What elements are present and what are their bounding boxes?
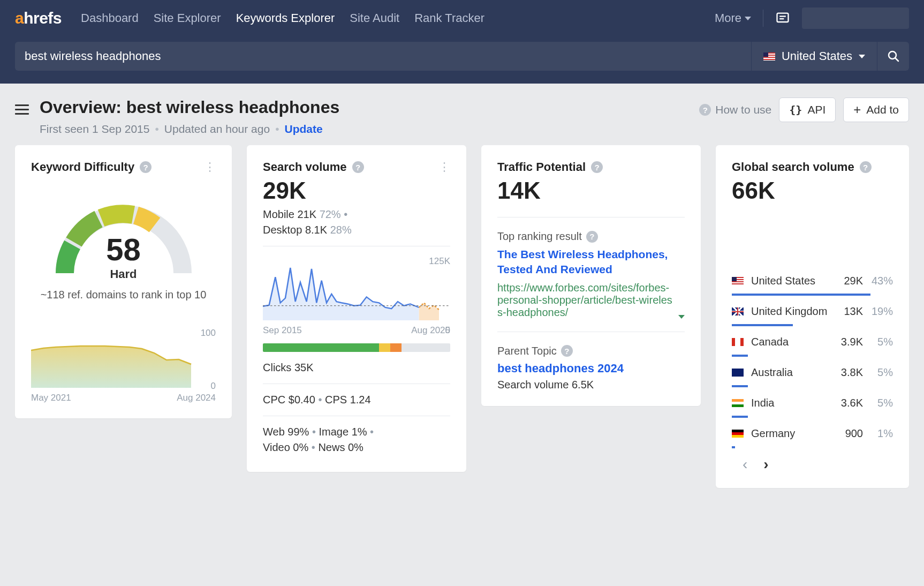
help-icon[interactable]: ? — [140, 161, 152, 173]
pager-next[interactable]: › — [763, 456, 768, 473]
gsv-value: 3.6K — [830, 397, 863, 409]
plus-icon: + — [853, 103, 861, 116]
sv-history-chart[interactable]: 125K Sep 2015 Aug 2025 0 — [263, 256, 450, 336]
gsv-value: 13K — [830, 305, 863, 318]
search-volume-card: Search volume ? ⋮ 29K Mobile 21K 72% • D… — [247, 145, 466, 472]
nav-items: Dashboard Site Explorer Keywords Explore… — [81, 11, 715, 25]
card-title: Traffic Potential — [497, 160, 586, 174]
card-title: Keyword Difficulty — [31, 160, 134, 174]
caret-down-icon — [859, 55, 865, 58]
gsv-row[interactable]: Australia3.8K5% — [732, 360, 893, 382]
sv-desktop: Desktop 8.1K 28% — [263, 224, 450, 236]
top-ranking-url[interactable]: https://www.forbes.com/sites/forbes-pers… — [497, 282, 685, 319]
card-title: Search volume — [263, 160, 347, 174]
search-volume-value: 29K — [263, 177, 450, 204]
gsv-row[interactable]: United States29K43% — [732, 268, 893, 290]
gsv-bar — [732, 324, 893, 326]
sidebar-toggle[interactable] — [15, 102, 29, 117]
top-nav: ahrefs Dashboard Site Explorer Keywords … — [0, 0, 924, 36]
gsv-country: Canada — [751, 336, 830, 348]
help-icon[interactable]: ? — [591, 161, 603, 173]
sv-content-types-1: Web 99% • Image 1% • — [263, 426, 450, 438]
traffic-potential-value: 14K — [497, 177, 685, 204]
gsv-percent: 5% — [863, 366, 893, 379]
gsv-country-list: United States29K43%United Kingdom13K19%C… — [732, 268, 893, 448]
gsv-bar — [732, 446, 893, 448]
gsv-value: 3.8K — [830, 366, 863, 379]
card-title: Global search volume — [732, 160, 854, 174]
flag-icon — [763, 52, 775, 61]
gsv-bar — [732, 355, 893, 357]
traffic-potential-card: Traffic Potential ? 14K Top ranking resu… — [481, 145, 701, 406]
gsv-value: 3.9K — [830, 336, 863, 348]
help-icon[interactable]: ? — [860, 161, 872, 173]
metrics-grid: Keyword Difficulty ? ⋮ 58 Hard ~118 — [0, 145, 924, 503]
flag-icon — [732, 277, 744, 285]
svg-line-4 — [895, 58, 898, 61]
gsv-row[interactable]: United Kingdom13K19% — [732, 299, 893, 321]
sv-clicks: Clicks 35K — [263, 362, 450, 374]
how-to-use[interactable]: ? How to use — [699, 103, 771, 116]
help-icon[interactable]: ? — [586, 231, 598, 243]
gsv-value: 900 — [830, 427, 863, 440]
flag-icon — [732, 307, 744, 315]
flag-icon — [732, 338, 744, 346]
gsv-country: United Kingdom — [751, 305, 830, 318]
nav-item-rank-tracker[interactable]: Rank Tracker — [414, 11, 484, 25]
gsv-percent: 5% — [863, 397, 893, 409]
country-selector[interactable]: United States — [751, 42, 877, 71]
account-area[interactable] — [802, 7, 909, 29]
braces-icon: {} — [789, 103, 802, 116]
gsv-bar — [732, 385, 893, 387]
gsv-country: Germany — [751, 427, 830, 440]
api-button[interactable]: {} API — [779, 97, 836, 122]
global-search-volume-card: Global search volume ? 66K United States… — [716, 145, 909, 488]
gsv-bar — [732, 294, 893, 296]
top-ranking-title[interactable]: The Best Wireless Headphones, Tested And… — [497, 247, 685, 277]
keyword-difficulty-card: Keyword Difficulty ? ⋮ 58 Hard ~118 — [15, 145, 232, 418]
flag-icon — [732, 430, 744, 438]
page-title: Overview: best wireless headphones — [40, 97, 339, 117]
caret-down-icon — [678, 315, 685, 319]
logo[interactable]: ahrefs — [15, 9, 62, 27]
svg-rect-0 — [777, 13, 789, 22]
flag-icon — [732, 399, 744, 407]
kd-label: Hard — [110, 267, 137, 281]
gsv-percent: 43% — [863, 275, 893, 287]
chat-icon[interactable] — [775, 11, 790, 26]
top-ranking-label: Top ranking result ? — [497, 230, 685, 243]
add-to-button[interactable]: + Add to — [843, 97, 909, 122]
gsv-percent: 19% — [863, 305, 893, 318]
nav-item-keywords-explorer[interactable]: Keywords Explorer — [236, 11, 335, 25]
kd-history-chart[interactable]: 100 0 May 2021 Aug 2024 — [31, 329, 216, 403]
nav-item-site-explorer[interactable]: Site Explorer — [154, 11, 221, 25]
clicks-distribution-bar — [263, 343, 450, 352]
update-link[interactable]: Update — [285, 123, 323, 136]
keyword-input[interactable] — [15, 42, 751, 71]
gsv-country: Australia — [751, 366, 830, 379]
header-actions: ? How to use {} API + Add to — [699, 97, 909, 122]
gsv-percent: 5% — [863, 336, 893, 348]
kd-description: ~118 ref. domains to rank in top 10 — [31, 288, 216, 302]
caret-down-icon — [745, 17, 751, 20]
gsv-value: 29K — [830, 275, 863, 287]
gsv-pager: ‹ › — [743, 456, 893, 473]
help-icon: ? — [699, 104, 711, 116]
gsv-row[interactable]: India3.6K5% — [732, 390, 893, 412]
nav-item-dashboard[interactable]: Dashboard — [81, 11, 139, 25]
kd-gauge: 58 Hard — [49, 190, 199, 287]
nav-more[interactable]: More — [715, 11, 751, 25]
nav-item-site-audit[interactable]: Site Audit — [350, 11, 399, 25]
pager-prev[interactable]: ‹ — [743, 456, 747, 473]
parent-topic-link[interactable]: best headphones 2024 — [497, 362, 685, 375]
sv-cpc-cps: CPC $0.40 • CPS 1.24 — [263, 394, 450, 406]
keyword-search-bar: United States — [0, 36, 924, 84]
search-button[interactable] — [877, 42, 909, 71]
gsv-row[interactable]: Canada3.9K5% — [732, 329, 893, 351]
gsv-row[interactable]: Germany9001% — [732, 421, 893, 443]
page-header: Overview: best wireless headphones First… — [0, 84, 924, 145]
gsv-country: United States — [751, 275, 830, 287]
help-icon[interactable]: ? — [561, 345, 573, 357]
page-meta: First seen 1 Sep 2015 • Updated an hour … — [40, 123, 339, 136]
help-icon[interactable]: ? — [352, 161, 364, 173]
